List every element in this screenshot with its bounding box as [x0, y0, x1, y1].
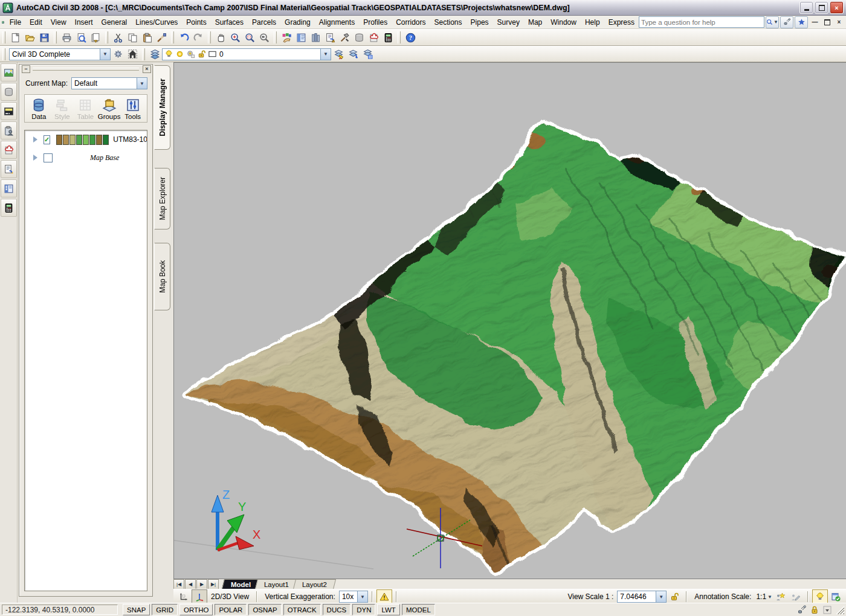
zoomrt-button[interactable]	[228, 30, 242, 45]
palette-calc-button[interactable]	[1, 199, 17, 217]
maptools-button[interactable]	[337, 30, 352, 45]
toggle-polar[interactable]: POLAR	[215, 604, 247, 615]
zoomwin-button[interactable]	[242, 30, 257, 45]
toolbar-grip[interactable]	[398, 31, 401, 43]
pan-button[interactable]	[213, 30, 228, 45]
map-base-checkbox[interactable]	[44, 153, 53, 162]
workspace-settings-button[interactable]	[111, 47, 125, 62]
toolbar-grip[interactable]	[274, 31, 277, 43]
layer-on-bulb-icon[interactable]	[164, 50, 173, 59]
menu-item-surfaces[interactable]: Surfaces	[211, 17, 248, 28]
palette-panel-button[interactable]	[1, 179, 17, 197]
toolbar-grip[interactable]	[105, 31, 108, 43]
taskpane-button[interactable]	[294, 30, 308, 45]
undo-button[interactable]	[176, 30, 191, 45]
plot-button[interactable]	[59, 30, 74, 45]
toggle-snap[interactable]: SNAP	[123, 604, 150, 615]
annotation-visibility-button[interactable]	[772, 589, 788, 604]
toggle-ortho[interactable]: ORTHO	[179, 604, 213, 615]
utm83-10-checkbox[interactable]: ✓	[44, 135, 50, 144]
menu-item-corridors[interactable]: Corridors	[392, 17, 430, 28]
favorites-button[interactable]	[795, 16, 808, 28]
palette-image-button[interactable]	[1, 63, 17, 82]
menu-item-window[interactable]: Window	[546, 17, 581, 28]
menu-item-pipes[interactable]: Pipes	[467, 17, 493, 28]
annotation-bulb-button[interactable]	[812, 589, 828, 604]
cut-button[interactable]	[111, 30, 125, 45]
tab-map-explorer[interactable]: Map Explorer	[154, 168, 170, 229]
match-button[interactable]	[154, 30, 169, 45]
tab-display-manager[interactable]: Display Manager	[154, 65, 170, 150]
publish-button[interactable]	[88, 30, 103, 45]
toggle-otrack[interactable]: OTRACK	[283, 604, 321, 615]
title-bar[interactable]: AutoCAD Civil 3D 2008 - [C:\_MRC\Documen…	[0, 0, 846, 16]
ucs-icon-button[interactable]	[176, 589, 192, 604]
scale-lock-button[interactable]	[667, 589, 682, 604]
layer-properties-button[interactable]	[147, 47, 162, 62]
tab-model[interactable]: Model	[222, 579, 260, 589]
task-pane-header[interactable]: − ×	[19, 65, 152, 74]
menu-item-express[interactable]: Express	[604, 17, 639, 28]
menu-item-parcels[interactable]: Parcels	[248, 17, 280, 28]
toolbar-grip[interactable]	[171, 31, 174, 43]
my-workspace-button[interactable]	[125, 47, 140, 62]
toggle-osnap[interactable]: OSNAP	[248, 604, 281, 615]
chevron-down-icon[interactable]: ▼	[656, 591, 666, 602]
annotation-autoadd-button[interactable]	[788, 589, 804, 604]
communication-center-tray-icon[interactable]	[797, 605, 807, 615]
toolbar-grip[interactable]	[142, 48, 145, 60]
status-menu-arrow-icon[interactable]	[822, 605, 832, 615]
toolbar-grip[interactable]	[2, 31, 5, 43]
columns-button[interactable]	[308, 30, 323, 45]
tab-layout1[interactable]: Layout1	[255, 579, 298, 589]
warning-button[interactable]	[376, 589, 392, 604]
layer-unlock-icon[interactable]	[197, 50, 206, 59]
menu-item-map[interactable]: Map	[524, 17, 546, 28]
tab-layout2[interactable]: Layout2	[293, 579, 336, 589]
toggle-model[interactable]: MODEL	[402, 604, 435, 615]
search-button[interactable]: ▼	[766, 16, 779, 28]
expand-arrow-icon[interactable]	[33, 136, 37, 143]
toolbar-lock-icon[interactable]	[810, 605, 819, 615]
workspace-combo[interactable]: Civil 3D Complete ▼	[9, 48, 111, 60]
dataconnect-button[interactable]	[323, 30, 337, 45]
pane-minimize-button[interactable]: −	[22, 65, 30, 73]
last-tab-button[interactable]: ▶|	[208, 579, 219, 589]
prev-tab-button[interactable]: ◀	[185, 579, 196, 589]
doc-restore-button[interactable]	[822, 18, 832, 27]
zoomprev-button[interactable]	[257, 30, 271, 45]
chevron-down-icon[interactable]: ▼	[357, 591, 367, 602]
minimize-button[interactable]	[799, 1, 813, 14]
help-search-input[interactable]	[639, 16, 764, 28]
styles-button[interactable]	[279, 30, 294, 45]
data-button[interactable]: Data	[28, 98, 50, 120]
toggle-dyn[interactable]: DYN	[352, 604, 375, 615]
communication-center-button[interactable]	[780, 16, 793, 28]
drawing-viewport[interactable]: Z Y X	[173, 62, 846, 579]
doc-close-button[interactable]: ×	[834, 18, 844, 27]
menu-item-points[interactable]: Points	[182, 17, 210, 28]
menu-item-grading[interactable]: Grading	[280, 17, 315, 28]
layer-viewport-icon[interactable]	[186, 50, 195, 59]
save-button[interactable]	[37, 30, 51, 45]
open-button[interactable]	[22, 30, 37, 45]
toggle-lwt[interactable]: LWT	[377, 604, 399, 615]
new-button[interactable]	[8, 30, 22, 45]
chevron-down-icon[interactable]: ▼	[137, 78, 147, 89]
palette-screen-button[interactable]	[1, 102, 17, 120]
menu-item-file[interactable]: File	[5, 17, 25, 28]
layer-previous-button[interactable]	[346, 47, 360, 62]
chevron-down-icon[interactable]: ▼	[100, 49, 110, 60]
groups-button[interactable]: Groups	[98, 98, 121, 120]
menu-item-alignments[interactable]: Alignments	[315, 17, 359, 28]
layer-states-button[interactable]	[360, 47, 375, 62]
preview-button[interactable]	[74, 30, 88, 45]
menu-item-lines-curves[interactable]: Lines/Curves	[131, 17, 182, 28]
tools-button[interactable]: Tools	[121, 98, 144, 120]
layout-check-button[interactable]	[828, 589, 844, 604]
doc-minimize-button[interactable]: —	[810, 18, 820, 27]
tree-row-utm83-10[interactable]: ✓ UTM83-10	[25, 130, 147, 149]
palette-docexport-button[interactable]	[1, 160, 17, 178]
menu-item-insert[interactable]: Insert	[71, 17, 97, 28]
chevron-down-icon[interactable]: ▼	[320, 49, 331, 60]
